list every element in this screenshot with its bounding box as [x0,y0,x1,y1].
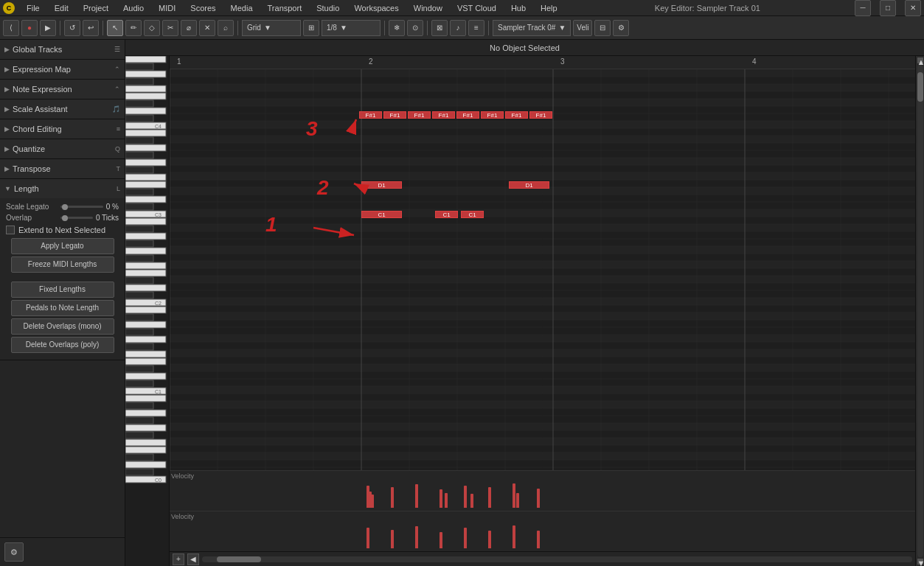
tb-settings[interactable]: ⚙ [613,20,629,36]
velocity-bar[interactable] [470,494,473,508]
q-arrow: ▼ [340,24,347,32]
menu-audio[interactable]: Audio [120,4,147,13]
tb-freeze[interactable]: ❄ [389,20,405,36]
track-name: Sampler Track 0# [498,24,555,32]
scroll-up-button[interactable]: ▲ [917,57,923,63]
menu-scores[interactable]: Scores [187,4,218,13]
grid-container[interactable]: 1 2 3 4 F#1F#1F#1F#1F#1F#1F#1F#1D1D1C1C1… [170,56,915,566]
length-header[interactable]: ▼ Length L [0,179,125,198]
velocity-bar[interactable] [391,487,394,508]
tb-undo[interactable]: ↩ [83,20,99,36]
menu-transport[interactable]: Transport [265,4,305,13]
extend-checkbox[interactable] [6,226,15,234]
menu-midi[interactable]: MIDI [156,4,178,13]
quantize-header[interactable]: ▶ Quantize Q [0,139,125,158]
transpose-section: ▶ Transpose T [0,159,125,179]
fixed-lengths-button[interactable]: Fixed Lengths [11,282,114,298]
tb-render[interactable]: ⊙ [407,20,423,36]
tb-snap[interactable]: ⊞ [303,20,319,36]
extend-row: Extend to Next Selected [6,226,119,234]
menu-file[interactable]: File [24,4,43,13]
menu-help[interactable]: Help [538,4,560,13]
minimize-button[interactable]: ─ [855,0,871,16]
tb-glue-tool[interactable]: ⌀ [181,20,197,36]
tb-mute-tool[interactable]: ✕ [199,20,215,36]
velocity-bar[interactable] [464,486,467,508]
sep1 [60,21,60,35]
tb-zoom-tool[interactable]: ⌕ [218,20,234,36]
length-section: ▼ Length L Scale Legato 0 % Overlap [0,179,125,360]
tb-humanize[interactable]: ⊠ [431,20,448,36]
tb-record[interactable]: ● [21,20,38,36]
add-button[interactable]: + [173,553,184,565]
scale-assistant-header[interactable]: ▶ Scale Assistant 🎵 [0,99,125,119]
tb-transport-back[interactable]: ⟨ [3,20,19,36]
velocity-bar[interactable] [415,526,418,548]
menu-window[interactable]: Window [411,4,445,13]
apply-legato-button[interactable]: Apply Legato [11,238,114,254]
quantize-dropdown[interactable]: 1/8 ▼ [322,20,381,36]
velocity-bar[interactable] [488,487,491,508]
tb-erase-tool[interactable]: ◇ [144,20,160,36]
delete-overlaps-poly-button[interactable]: Delete Overlaps (poly) [11,337,114,353]
close-button[interactable]: ✕ [905,0,921,16]
transpose-header[interactable]: ▶ Transpose T [0,159,125,178]
velocity-bar[interactable] [371,495,374,508]
global-tracks-header[interactable]: ▶ Global Tracks ☰ [0,40,125,59]
tb-loop[interactable]: ↺ [64,20,80,36]
tb-chord[interactable]: ♪ [450,20,466,36]
scroll-left-button[interactable]: ◀ [187,553,199,565]
chord-editing-header[interactable]: ▶ Chord Editing ≡ [0,119,125,139]
tb-select-tool[interactable]: ↖ [107,20,123,36]
velocity-bar[interactable] [516,493,519,508]
velocity-bar[interactable] [513,483,515,508]
tb-veli[interactable]: Veli [573,20,592,36]
right-scrollbar[interactable]: ▲ ▼ [915,56,924,566]
overlap-label: Overlap [6,214,58,222]
velocity-bar[interactable] [440,532,442,548]
grid-dropdown[interactable]: Grid ▼ [242,20,301,36]
velocity-bar[interactable] [415,484,418,508]
menu-studio[interactable]: Studio [313,4,342,13]
tb-fit-v[interactable]: ⊟ [594,20,611,36]
scrollbar-track[interactable] [202,556,912,562]
expression-map-header[interactable]: ▶ Expression Map ⌃ [0,60,125,79]
tb-split-tool[interactable]: ✂ [162,20,178,36]
chord-editing-icon: ▶ [4,125,10,133]
velocity-bar[interactable] [537,489,540,508]
scroll-thumb[interactable] [917,72,923,102]
tb-draw-tool[interactable]: ✏ [125,20,142,36]
scale-legato-slider[interactable] [60,206,103,208]
menu-workspaces[interactable]: Workspaces [351,4,401,13]
menu-media[interactable]: Media [228,4,256,13]
menu-hub[interactable]: Hub [508,4,529,13]
overlap-slider[interactable] [60,217,93,219]
maximize-button[interactable]: □ [880,0,896,16]
velocity-bar[interactable] [513,525,515,548]
menu-edit[interactable]: Edit [52,4,72,13]
track-dropdown[interactable]: Sampler Track 0# ▼ [493,20,571,36]
velocity-bar[interactable] [445,493,448,508]
velocity-bar[interactable] [391,530,394,548]
scale-assistant-right-icon: 🎵 [112,105,120,113]
scroll-down-button[interactable]: ▼ [917,559,923,565]
scrollbar-thumb[interactable] [217,556,261,562]
quantize-value: 1/8 [327,24,337,32]
gear-button[interactable]: ⚙ [4,542,24,562]
velocity-bar[interactable] [464,528,467,548]
velocity-bar[interactable] [367,528,369,548]
velocity-area2: Velocity [170,511,915,551]
velocity-bar[interactable] [440,489,442,508]
menu-project[interactable]: Project [80,4,111,13]
velocity-bar[interactable] [488,531,491,548]
pedals-to-note-button[interactable]: Pedals to Note Length [11,300,114,316]
velocity-bar[interactable] [537,531,540,548]
menu-vstcloud[interactable]: VST Cloud [454,4,499,13]
delete-overlaps-mono-button[interactable]: Delete Overlaps (mono) [11,318,114,335]
grid-scroll[interactable]: F#1F#1F#1F#1F#1F#1F#1F#1D1D1C1C1C1 1 2 3 [170,69,915,470]
tb-play[interactable]: ▶ [40,20,56,36]
note-expression-header[interactable]: ▶ Note Expression ⌃ [0,80,125,99]
ruler-3: 3 [560,57,565,66]
tb-stepdesign[interactable]: ≡ [468,20,484,36]
freeze-midi-button[interactable]: Freeze MIDI Lengths [11,256,114,273]
